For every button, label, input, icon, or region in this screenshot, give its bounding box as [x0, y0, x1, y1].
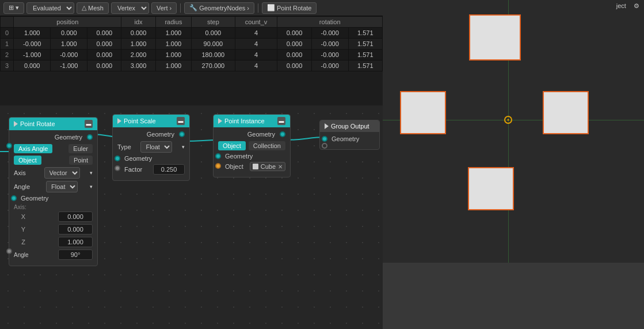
cell-pos-z-1: 0.000: [87, 39, 121, 50]
cell-rot-z-3: 1.571: [348, 60, 382, 71]
cube-tag: Cube ✕: [250, 162, 285, 171]
node-close-btn[interactable]: ▬: [85, 120, 93, 128]
node-instance-close-btn[interactable]: ▬: [277, 117, 285, 125]
separator: [180, 3, 181, 13]
angle-type-select[interactable]: Float: [46, 181, 78, 192]
node-point-rotate-title: Point Rotate: [20, 120, 55, 127]
axis-x-row: X: [14, 211, 93, 222]
cell-rot-z-2: 1.571: [348, 50, 382, 60]
col-header-step: step: [192, 17, 235, 28]
extra-socket[interactable]: [6, 248, 12, 254]
object-space-btn[interactable]: Object: [14, 156, 41, 165]
cell-radius-2: 1.000: [155, 50, 191, 60]
point-rotate-btn[interactable]: ⬜ Point Rotate: [262, 2, 317, 14]
top-toolbar: ⊞ ▾ Evaluated △ Mesh Vertex Vert › 🔧 Geo…: [0, 0, 383, 16]
inst-geom-in-socket[interactable]: [215, 153, 221, 159]
mode-select[interactable]: Evaluated: [26, 2, 74, 14]
row-idx-1: 1: [1, 39, 14, 50]
inst-geom-out-socket[interactable]: [280, 131, 285, 137]
scale-geom-out-socket[interactable]: [179, 131, 185, 137]
object-label: Object: [225, 163, 243, 170]
collapse-icon2[interactable]: [117, 118, 121, 124]
node-group-output-header: Group Output: [320, 120, 379, 132]
node-point-instance-title: Point Instance: [224, 118, 265, 124]
axis-angle-btn[interactable]: Axis Angle: [14, 144, 52, 153]
table-row: 0 1.000 0.000 0.000 0.000 1.000 0.000 4 …: [1, 28, 383, 39]
point-space-btn[interactable]: Point: [69, 156, 93, 165]
inst-geom-in-label: Geometry: [225, 153, 253, 160]
cell-pos-z-3: 0.000: [87, 60, 121, 71]
cube-remove-btn[interactable]: ✕: [278, 164, 283, 170]
axis-sublabel: Axis:: [14, 204, 93, 210]
cell-idx-3: 3.000: [121, 60, 155, 71]
mesh-btn[interactable]: △ Mesh: [77, 2, 109, 14]
cell-count-3: 4: [235, 60, 277, 71]
cell-rot-y-3: -0.000: [311, 60, 348, 71]
cell-rot-y-0: -0.000: [311, 28, 348, 39]
vertex-select[interactable]: Vertex: [111, 2, 149, 14]
axis-x-label: X: [14, 213, 25, 220]
angle-deg-input[interactable]: [58, 249, 93, 260]
euler-btn[interactable]: Euler: [68, 144, 93, 153]
viewport-box-left: [400, 91, 446, 134]
empty-socket[interactable]: [322, 143, 327, 149]
col-header-position: position: [14, 17, 121, 28]
angle-row: Angle Float ▾: [14, 181, 93, 192]
axis-x-input[interactable]: [58, 211, 93, 222]
cell-idx-1: 1.000: [121, 39, 155, 50]
collapse-icon4[interactable]: [325, 123, 329, 129]
viewport-box-right: [543, 91, 589, 134]
col-header-rotation: rotation: [277, 17, 383, 28]
axis-y-input[interactable]: [58, 224, 93, 235]
object-tab-btn[interactable]: Object: [218, 141, 246, 150]
blender-menu-btn[interactable]: ⊞ ▾: [3, 2, 24, 14]
factor-row: Factor: [117, 164, 185, 175]
axis-z-input[interactable]: [58, 237, 93, 247]
vert-btn[interactable]: Vert ›: [151, 2, 177, 14]
collapse-icon3[interactable]: [218, 118, 222, 124]
cell-rot-y-1: -0.000: [311, 39, 348, 50]
collection-tab-btn[interactable]: Collection: [249, 141, 285, 150]
cell-rot-y-2: -0.000: [311, 50, 348, 60]
inst-geom-out-label: Geometry: [247, 131, 275, 138]
crosshair-dot: [508, 119, 509, 121]
node-point-rotate: Point Rotate ▬ Geometry Axis Angle Euler…: [9, 117, 98, 266]
cell-rot-x-2: 0.000: [277, 50, 311, 60]
collapse-icon[interactable]: [14, 121, 18, 127]
axis-label: Axis: [14, 169, 34, 176]
scale-geom-in-socket[interactable]: [115, 156, 120, 161]
cell-pos-x-0: 1.000: [14, 28, 51, 39]
node-group-output: Group Output Geometry: [319, 120, 380, 150]
type-select[interactable]: Float: [140, 141, 172, 153]
chevron-down-icon: ▾: [16, 4, 19, 12]
cell-rot-z-1: 1.571: [348, 39, 382, 50]
output-geom-in-socket[interactable]: [322, 136, 327, 142]
spreadsheet: position idx radius step count_v rotatio…: [0, 16, 383, 105]
node-point-instance-header: Point Instance ▬: [214, 115, 290, 127]
cell-radius-1: 1.000: [155, 39, 191, 50]
node-scale-close-btn[interactable]: ▬: [177, 117, 185, 125]
factor-socket[interactable]: [115, 165, 120, 171]
cell-pos-x-1: -0.000: [14, 39, 51, 50]
axis-type-select[interactable]: Vector: [44, 167, 80, 179]
geometry-out-socket[interactable]: [87, 134, 93, 140]
table-row: 3 0.000 -1.000 0.000 3.000 1.000 270.000…: [1, 60, 383, 71]
viewport-header: ject ⚙: [612, 0, 644, 12]
col-header-idx: idx: [121, 17, 155, 28]
object-socket[interactable]: [215, 163, 221, 169]
angle-deg-label: Angle: [14, 252, 34, 258]
space-buttons: Object Point: [14, 156, 93, 165]
chevron-right-icon: ›: [169, 5, 172, 12]
cell-pos-y-0: 0.000: [51, 28, 87, 39]
output-geom-label: Geometry: [331, 135, 359, 142]
chevron-down-icon3: ▾: [90, 184, 93, 190]
cell-pos-y-3: -1.000: [51, 60, 87, 71]
cell-count-0: 4: [235, 28, 277, 39]
geometry-nodes-btn[interactable]: 🔧 GeometryNodes ›: [184, 2, 254, 14]
geometry-left-socket[interactable]: [6, 143, 12, 149]
factor-input[interactable]: [153, 164, 185, 175]
geometry-in-socket[interactable]: [11, 195, 17, 201]
node-point-scale: Point Scale ▬ Geometry Type Float ▾ Geom…: [112, 114, 190, 181]
viewport-settings-icon[interactable]: ⚙: [634, 2, 639, 9]
axis-y-label: Y: [14, 226, 25, 233]
